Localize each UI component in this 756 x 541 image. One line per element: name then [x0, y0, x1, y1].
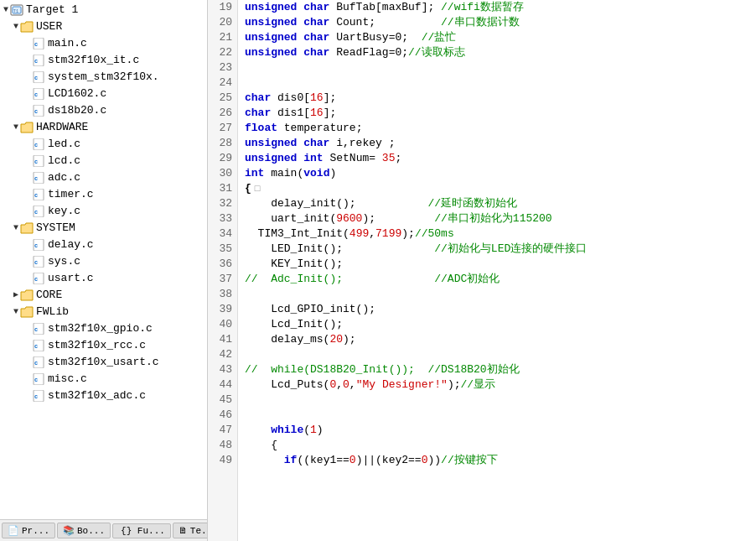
tree-label-system: SYSTEM [36, 221, 204, 236]
svg-text:c: c [34, 377, 38, 383]
code-line-29: unsigned int SetNum= 35; [245, 151, 756, 166]
tab-project-label: Pr... [22, 526, 49, 536]
tree-item-system-stm32f10x[interactable]: c system_stm32f10x. [0, 69, 207, 86]
code-line-34: TIM3_Int_Init(499,7199);//50ms [245, 226, 756, 242]
svg-text:T1: T1 [13, 9, 18, 14]
code-line-26: char dis1[16]; [245, 106, 756, 121]
folder-icon [20, 122, 34, 133]
tree-label-lcd-c: lcd.c [48, 153, 204, 169]
tree-label-usart-c: usart.c [48, 271, 204, 286]
tree-label-key-c: key.c [48, 204, 204, 219]
tree-label-led-c: led.c [48, 137, 204, 152]
code-area[interactable]: 19 20 21 22 23 24 25 26 27 28 29 30 31 3… [208, 0, 756, 541]
c-file-icon: c [32, 340, 45, 351]
ln-38: 38 [208, 287, 237, 302]
c-file-icon: c [32, 88, 45, 100]
code-line-23 [245, 60, 756, 75]
expand-icon[interactable]: ▼ [12, 221, 20, 236]
expand-icon[interactable]: ▼ [12, 120, 20, 135]
file-tree[interactable]: ▼ T1 Target 1 ▼ USER [0, 0, 207, 519]
tree-item-main-c[interactable]: c main.c [0, 35, 207, 52]
no-expand [23, 372, 32, 387]
code-line-42 [245, 347, 756, 362]
ln-21: 21 [208, 30, 237, 45]
tree-item-gpio-c[interactable]: c stm32f10x_gpio.c [0, 320, 207, 337]
c-file-icon: c [32, 172, 45, 184]
c-file-icon: c [32, 155, 45, 167]
tree-label-rcc-c: stm32f10x_rcc.c [48, 338, 204, 353]
tree-label-user: USER [36, 19, 204, 34]
tree-item-delay-c[interactable]: c delay.c [0, 237, 207, 253]
tree-label-adc-c: adc.c [48, 170, 204, 185]
tree-item-misc-c[interactable]: c misc.c [0, 371, 207, 388]
folder-icon [20, 222, 34, 234]
line-numbers: 19 20 21 22 23 24 25 26 27 28 29 30 31 3… [208, 0, 238, 541]
svg-text:c: c [34, 393, 38, 400]
no-expand [23, 237, 32, 252]
tree-item-sys-c[interactable]: c sys.c [0, 253, 207, 270]
c-file-icon: c [32, 323, 45, 335]
code-line-21: unsigned char UartBusy=0; //盐忙 [245, 30, 756, 45]
ln-42: 42 [208, 347, 237, 362]
tree-item-fwlib[interactable]: ▼ FWLib [0, 304, 207, 320]
c-file-icon: c [32, 189, 45, 200]
project-icon: 📄 [8, 525, 19, 536]
ln-49: 49 [208, 453, 237, 468]
folder-icon [20, 21, 34, 33]
svg-text:c: c [34, 142, 38, 148]
code-content[interactable]: unsigned char BufTab[maxBuf]; //wifi数据暂存… [238, 0, 756, 541]
ln-23: 23 [208, 60, 237, 75]
tree-label-timer-c: timer.c [48, 187, 204, 202]
tree-item-led-c[interactable]: c led.c [0, 136, 207, 153]
tree-item-adc-c[interactable]: c adc.c [0, 169, 207, 186]
ln-44: 44 [208, 377, 237, 393]
no-expand [23, 271, 32, 286]
no-expand [23, 53, 32, 68]
c-file-icon: c [32, 239, 45, 251]
tree-item-system[interactable]: ▼ SYSTEM [0, 220, 207, 237]
svg-text:c: c [34, 242, 38, 249]
tree-label-system-stm32f10x: system_stm32f10x. [48, 70, 204, 85]
code-line-22: unsigned char ReadFlag=0;//读取标志 [245, 45, 756, 60]
code-line-28: unsigned char i,rekey ; [245, 136, 756, 151]
ln-45: 45 [208, 393, 237, 408]
no-expand [23, 254, 32, 269]
expand-icon[interactable]: ▶ [12, 288, 20, 303]
tree-item-target1[interactable]: ▼ T1 Target 1 [0, 2, 207, 18]
tree-item-lcd1602[interactable]: c LCD1602.c [0, 86, 207, 102]
code-line-48: { [245, 438, 756, 453]
tree-item-core[interactable]: ▶ CORE [0, 287, 207, 304]
book-icon: 📚 [63, 525, 75, 536]
expand-icon[interactable]: ▼ [12, 19, 20, 34]
tree-item-usart-c[interactable]: c usart.c [0, 270, 207, 287]
code-line-35: LED_Init(); //初始化与LED连接的硬件接口 [245, 242, 756, 257]
ln-28: 28 [208, 136, 237, 151]
tree-item-user[interactable]: ▼ USER [0, 18, 207, 35]
c-file-icon: c [32, 71, 45, 83]
c-file-icon: c [32, 373, 45, 385]
tab-books[interactable]: 📚 Bo... [57, 523, 111, 538]
expand-icon[interactable]: ▼ [2, 3, 10, 18]
svg-text:c: c [34, 41, 38, 48]
tree-item-stm32f10x-it[interactable]: c stm32f10x_it.c [0, 52, 207, 69]
tree-item-rcc-c[interactable]: c stm32f10x_rcc.c [0, 337, 207, 354]
tree-item-lcd-c[interactable]: c lcd.c [0, 153, 207, 169]
tab-project[interactable]: 📄 Pr... [2, 523, 55, 538]
c-file-icon: c [32, 38, 45, 49]
tree-item-ds18b20[interactable]: c ds18b20.c [0, 102, 207, 119]
tab-templates-label: Te... [190, 526, 208, 536]
ln-37: 37 [208, 272, 237, 287]
tab-functions[interactable]: {} Fu... [112, 523, 171, 538]
ln-20: 20 [208, 15, 237, 30]
code-line-25: char dis0[16]; [245, 91, 756, 106]
code-line-44: Lcd_Puts(0,0,"My Designer!");//显示 [245, 377, 756, 393]
no-expand [23, 137, 32, 152]
expand-icon[interactable]: ▼ [12, 304, 20, 320]
tree-item-hardware[interactable]: ▼ HARDWARE [0, 119, 207, 136]
tree-item-usart2-c[interactable]: c stm32f10x_usart.c [0, 354, 207, 371]
tree-item-key-c[interactable]: c key.c [0, 203, 207, 220]
svg-text:c: c [34, 192, 38, 199]
tree-item-adc2-c[interactable]: c stm32f10x_adc.c [0, 388, 207, 404]
tree-item-timer-c[interactable]: c timer.c [0, 186, 207, 203]
tab-templates[interactable]: 🗎 Te... [173, 523, 208, 538]
